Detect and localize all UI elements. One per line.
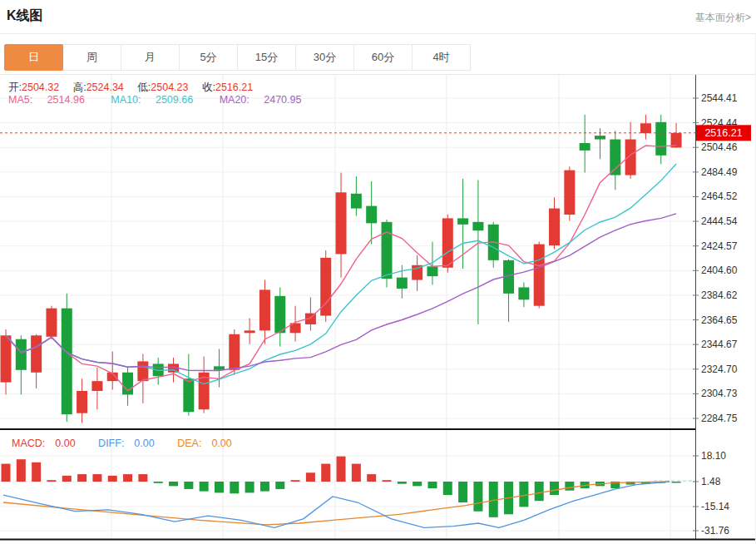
high-value: 2524.34 [86, 82, 124, 93]
svg-text:18.10: 18.10 [701, 450, 726, 462]
close-value: 2516.21 [215, 82, 253, 93]
ma-readout: MA5: 2514.96 MA10: 2509.66 MA20: 2470.95 [8, 94, 324, 106]
svg-text:1.48: 1.48 [701, 476, 721, 487]
svg-text:2304.73: 2304.73 [701, 388, 738, 399]
svg-text:2324.70: 2324.70 [701, 363, 738, 375]
high-label: 高: [73, 82, 86, 93]
svg-text:2464.52: 2464.52 [701, 190, 738, 202]
tab-week[interactable]: 周 [62, 44, 121, 71]
svg-text:2344.67: 2344.67 [701, 339, 738, 350]
svg-text:2364.65: 2364.65 [701, 314, 738, 326]
svg-text:2516.21: 2516.21 [704, 127, 742, 139]
svg-text:2484.49: 2484.49 [701, 166, 738, 178]
chart-area: 2544.412524.442504.462484.492464.522444.… [0, 75, 756, 544]
tab-15min[interactable]: 15分 [237, 44, 296, 71]
tab-day[interactable]: 日 [4, 44, 63, 71]
svg-text:2444.54: 2444.54 [701, 215, 738, 227]
tab-month[interactable]: 月 [121, 44, 180, 71]
svg-text:2544.41: 2544.41 [701, 92, 738, 104]
period-tabbar: 日 周 月 5分 15分 30分 60分 4时 [5, 44, 471, 71]
kline-widget: K线图 基本面分析> 日 周 月 5分 15分 30分 60分 4时 开:250… [0, 0, 756, 544]
open-label: 开: [8, 82, 22, 93]
svg-text:2504.46: 2504.46 [701, 141, 738, 153]
fundamental-analysis-link[interactable]: 基本面分析> [695, 11, 751, 25]
svg-text:2384.62: 2384.62 [701, 289, 738, 301]
tab-5min[interactable]: 5分 [179, 44, 238, 71]
svg-text:-31.76: -31.76 [701, 525, 729, 537]
divider [0, 33, 756, 34]
dea-value: DEA:0.00 [177, 438, 242, 449]
ma10-readout: MA10: 2509.66 [111, 94, 205, 106]
tab-4hour[interactable]: 4时 [412, 44, 471, 71]
ma20-readout: MA20: 2470.95 [220, 94, 314, 106]
macd-readout: MACD:0.00 DIFF:0.00 DEA:0.00 [12, 438, 252, 449]
low-label: 低: [137, 82, 151, 93]
page-title: K线图 [7, 7, 43, 25]
close-label: 收: [202, 82, 215, 93]
svg-text:2284.75: 2284.75 [701, 413, 738, 424]
tab-30min[interactable]: 30分 [295, 44, 354, 71]
diff-value: DIFF:0.00 [98, 438, 165, 449]
macd-value: MACD:0.00 [12, 438, 86, 449]
open-value: 2504.32 [22, 82, 59, 93]
ma5-readout: MA5: 2514.96 [8, 94, 96, 106]
ohlc-readout: 开:2504.32 高:2524.34 低:2504.23 收:2516.21 [8, 81, 264, 95]
svg-text:2424.57: 2424.57 [701, 240, 738, 252]
svg-text:2404.60: 2404.60 [701, 265, 738, 276]
tab-60min[interactable]: 60分 [353, 44, 413, 71]
low-value: 2504.23 [151, 82, 188, 93]
svg-text:-15.14: -15.14 [701, 501, 729, 512]
candlestick-chart: 2544.412524.442504.462484.492464.522444.… [0, 75, 756, 430]
